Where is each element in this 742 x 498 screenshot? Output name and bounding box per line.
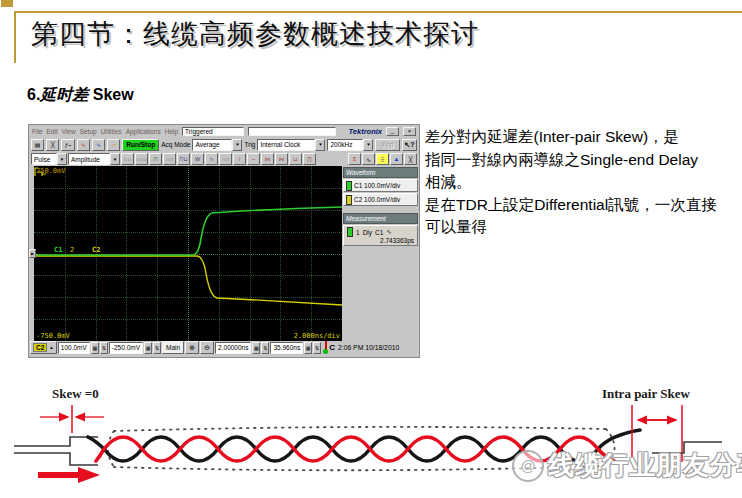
c2-scale-text: C2 100.0mV/div [354,196,400,203]
spinner-icon[interactable]: ⇅ [100,342,108,354]
description-line: 相減。 [425,171,742,194]
time-per-div: 2.000ns/div [294,332,340,340]
horizontal-delay-field[interactable]: 35.960ns [270,342,303,354]
page-title: 第四节：线缆高频参数概述技术探讨 [31,16,479,52]
measurement-source: C1 [375,229,383,236]
waveform-row-c1[interactable]: C1 100.0mV/div [343,179,418,192]
section-name-en: Skew [88,86,133,103]
chevron-down-icon[interactable]: ▼ [363,139,373,151]
function-icon[interactable]: ƒ~ [61,139,74,151]
chevron-down-icon[interactable]: ▼ [57,153,67,165]
propagation-arrow [38,467,100,483]
minimize-button[interactable]: _ [386,127,399,136]
vertical-scale-top: 250.0mV [36,167,66,175]
pulse-shape-icon[interactable]: ⊔ [289,153,302,165]
description-text: 差分對內延遲差(Inter-pair Skew)，是 指同一對線內兩導線之Sin… [425,126,742,239]
chevron-down-icon[interactable]: ▼ [110,153,120,165]
c1-color-swatch [346,181,352,191]
dot-display-icon[interactable]: ⠿ [376,153,389,165]
waveform-red-icon[interactable]: ∿ [77,139,90,151]
spinner-icon[interactable]: ⇅ [153,342,161,354]
vector-display-icon[interactable]: ▲ [390,153,403,165]
acq-mode-select[interactable]: Average ▼ [192,139,242,151]
menu-applications[interactable]: Applications [126,128,161,135]
keypad-icon[interactable]: ▦ [252,342,260,354]
pulse-shape-icon[interactable]: W [191,153,204,165]
c2-color-swatch [346,195,352,205]
chevron-down-icon[interactable]: ▼ [232,139,242,151]
measurement-color-swatch [347,227,353,237]
waveform-row-c2[interactable]: C2 100.0mV/div [343,193,418,206]
trig-source-select[interactable]: Internal Clock ▼ [257,139,325,151]
pulse-shape-icon[interactable]: ∩∩ [163,153,176,165]
zoom-in-icon[interactable]: ⊕ [185,341,199,354]
pulse-shape-icon[interactable]: ∩∩ [121,153,134,165]
spinner-icon[interactable]: ⇅ [313,342,321,354]
title-left-rule [14,11,16,63]
measurement-row[interactable]: 1 Dly C1 ∿ 2.743363ps [343,225,418,246]
cursor-mode-icon[interactable]: ≡ [348,153,361,165]
keypad-icon[interactable]: ▦ [144,342,152,354]
waveform-blue-icon[interactable]: ∿ [92,139,105,151]
zoom-out-icon[interactable]: ⊖ [200,341,214,354]
menu-utilities[interactable]: Utilities [101,128,122,135]
waveform-panel-header: Waveform [343,167,418,178]
measurement-value: 2.743363ps [345,237,416,244]
chevron-down-icon[interactable]: ▼ [315,139,325,151]
vertical-scale-field[interactable]: 100.0mV [58,342,90,354]
pulse-shape-icon[interactable]: ∿ [205,153,218,165]
pulse-shape-icon[interactable]: / [233,153,246,165]
keypad-icon[interactable]: ▦ [304,342,312,354]
print-icon[interactable]: ▤ [31,139,44,151]
c1-trace [34,207,342,255]
close-display-icon[interactable]: ╳ [404,153,417,165]
status-field [248,127,336,136]
scope-toolbar-main: ▤ ╳ ƒ~ ∿ ∿ ▱ Run/Stop Acq Mode Average ▼… [29,137,419,152]
c2-position-marker[interactable]: ▶ [29,249,36,258]
title-top-rule [14,11,742,13]
trig-rate-select[interactable]: 200kHz ▼ [327,139,373,151]
input-edge-top [14,437,98,446]
main-timebase-button[interactable]: Main [162,341,184,354]
datetime-text: 2:06 PM 10/18/2010 [338,344,399,351]
horizontal-scale-field[interactable]: 2.00000ns [215,342,251,354]
trace-plot [34,166,342,341]
pulse-select[interactable]: Pulse ▼ [31,153,67,165]
keypad-icon[interactable]: ▦ [91,342,99,354]
eraser-icon[interactable]: ▱ [107,139,120,151]
spinner-icon[interactable]: ⇅ [261,342,269,354]
close-button[interactable]: × [403,127,416,136]
pulse-shape-icon[interactable]: ∏ [303,153,316,165]
acq-mode-value: Average [192,139,232,151]
channel-label: C2 [33,343,47,352]
slide: 第四节：线缆高频参数概述技术探讨 6.延时差 Skew File Edit Vi… [0,0,742,498]
trigger-marker-label: 2 [70,246,74,254]
channel-select-button[interactable]: C2 ▲ [30,341,57,354]
pulse-shape-icon[interactable]: ~ [247,153,260,165]
run-stop-button[interactable]: Run/Stop [122,139,159,151]
amplitude-select[interactable]: Amplitude ▼ [68,153,120,165]
scope-main-area: ▶ 250.0mV -750.0mV 2.000ns/div C1 2 C2 ▶… [29,166,419,341]
pulse-shape-icon[interactable]: ⊓⊔ [177,153,190,165]
scope-side-panel: Waveform C1 100.0mV/div C2 100.0mV/div M… [342,166,419,341]
pulse-shape-icon[interactable]: ⋈ [275,153,288,165]
menu-view[interactable]: View [62,128,76,135]
menu-file[interactable]: File [32,128,42,135]
temperature-icon [322,341,328,354]
c1-scale-text: C1 100.0mV/div [354,182,400,189]
menu-setup[interactable]: Setup [80,128,97,135]
waveform-view-icon[interactable]: ∿ [362,153,375,165]
context-help-icon[interactable]: ↖? [402,139,417,151]
measurement-panel-header: Measurement [343,213,418,224]
menu-help[interactable]: Help [165,128,178,135]
pulse-shape-icon[interactable]: ∩∩∩ [135,153,148,165]
corner-accent [1,0,13,7]
acq-mode-label: Acq Mode [161,141,190,148]
pulse-shape-icon[interactable]: ∩∩ [219,153,232,165]
tools-icon[interactable]: ╳ [46,139,59,151]
menu-edit[interactable]: Edit [46,128,57,135]
pulse-shape-icon[interactable]: ⋈ [261,153,274,165]
pulse-shape-icon[interactable]: ⊓ [149,153,162,165]
section-number: 6. [27,86,40,103]
vertical-offset-field[interactable]: -250.0mV [109,342,143,354]
